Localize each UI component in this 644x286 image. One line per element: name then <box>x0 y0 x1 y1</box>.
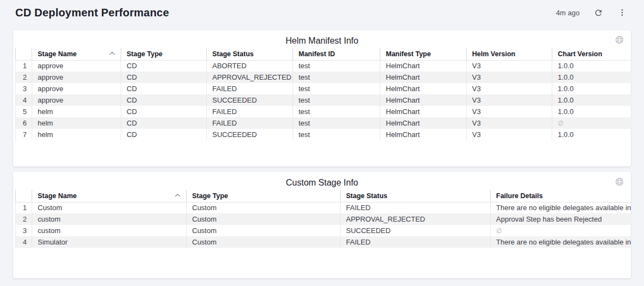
table-cell: Custom <box>187 225 341 236</box>
table-cell: FAILED <box>207 117 293 129</box>
column-header-label: Stage Name <box>38 192 77 200</box>
table-row: 6helmCDFAILEDtestHelmChartV3∅ <box>16 117 631 129</box>
row-number-cell: 5 <box>16 106 32 117</box>
table-row: 2approveCDAPPROVAL_REJECTEDtestHelmChart… <box>16 72 631 83</box>
column-header-label: Helm Version <box>472 50 515 58</box>
table-cell: V3 <box>467 129 552 140</box>
table-cell: APPROVAL_REJECTED <box>341 213 491 225</box>
header-actions: 4m ago <box>556 7 628 18</box>
table-cell: custom <box>32 213 187 225</box>
table-cell: 1.0.0 <box>552 94 631 106</box>
column-header-manifest-type[interactable]: Manifest Type <box>380 48 467 60</box>
table-cell: HelmChart <box>380 83 467 94</box>
table-cell: V3 <box>467 106 552 117</box>
column-header-label: Failure Details <box>496 192 542 200</box>
kebab-menu-button[interactable] <box>617 7 628 18</box>
table-row: 7helmCDSUCCEEDEDtestHelmChartV31.0.0 <box>16 129 631 140</box>
table-cell: HelmChart <box>380 60 467 72</box>
row-number-header <box>16 48 32 60</box>
column-header-label: Stage Type <box>192 192 228 200</box>
sort-asc-icon <box>175 194 181 199</box>
column-header-label: Stage Status <box>346 192 387 200</box>
table-cell: test <box>293 72 380 83</box>
table-cell: CD <box>121 129 207 140</box>
tile-title: Custom Stage Info <box>13 172 631 190</box>
table-cell: V3 <box>467 60 552 72</box>
table-cell: FAILED <box>341 236 491 248</box>
tile-helm-manifest-info: Helm Manifest Info Stage NameStage TypeS… <box>13 30 631 166</box>
table-cell: helm <box>32 117 121 129</box>
column-header-label: Stage Type <box>127 50 163 58</box>
table-cell: test <box>293 60 380 72</box>
column-header-chart-version[interactable]: Chart Version <box>552 48 631 60</box>
column-header-helm-version[interactable]: Helm Version <box>467 48 552 60</box>
row-number-cell: 1 <box>16 202 32 213</box>
table-cell: CD <box>121 117 207 129</box>
refresh-icon <box>594 8 603 17</box>
table-cell: test <box>293 83 380 94</box>
table-row: 1CustomCustomFAILEDThere are no eligible… <box>16 202 631 213</box>
table-cell: CD <box>121 106 207 117</box>
table-cell: 1.0.0 <box>552 60 631 72</box>
table-cell: custom <box>32 225 187 236</box>
table-header-row: Stage NameStage TypeStage StatusManifest… <box>16 48 631 60</box>
column-header-label: Manifest Type <box>386 50 431 58</box>
column-header-stage-status[interactable]: Stage Status <box>341 190 491 202</box>
table-cell: ABORTED <box>207 60 293 72</box>
table-cell: test <box>293 106 380 117</box>
table-row: 2customCustomAPPROVAL_REJECTEDApproval S… <box>16 213 631 225</box>
table-cell: HelmChart <box>380 129 467 140</box>
column-header-stage-status[interactable]: Stage Status <box>207 48 293 60</box>
page-title: CD Deployment Performance <box>15 7 169 19</box>
table-row: 5helmCDFAILEDtestHelmChartV31.0.0 <box>16 106 631 117</box>
table-cell: APPROVAL_REJECTED <box>207 72 293 83</box>
column-header-label: Chart Version <box>558 50 602 58</box>
table-cell: approve <box>32 60 121 72</box>
column-header-stage-type[interactable]: Stage Type <box>187 190 341 202</box>
table-cell: 1.0.0 <box>552 83 631 94</box>
globe-icon[interactable] <box>615 35 624 47</box>
tile-title: Helm Manifest Info <box>13 30 631 48</box>
table-cell: CD <box>121 60 207 72</box>
table-row: 3customCustomSUCCEEDED∅ <box>16 225 631 236</box>
table-cell: approve <box>32 94 121 106</box>
row-number-cell: 1 <box>16 60 32 72</box>
table-cell: approve <box>32 72 121 83</box>
table-cell: test <box>293 94 380 106</box>
table-cell: V3 <box>467 94 552 106</box>
custom-stage-table: Stage NameStage TypeStage StatusFailure … <box>15 190 631 248</box>
table-cell: 1.0.0 <box>552 72 631 83</box>
column-header-stage-name[interactable]: Stage Name <box>32 48 121 60</box>
dashboard-header: CD Deployment Performance 4m ago <box>0 0 644 25</box>
table-cell: ∅ <box>491 225 631 236</box>
table-cell: approve <box>32 83 121 94</box>
column-header-label: Manifest ID <box>299 50 335 58</box>
row-number-cell: 6 <box>16 117 32 129</box>
table-cell: HelmChart <box>380 94 467 106</box>
table-cell: V3 <box>467 83 552 94</box>
column-header-manifest-id[interactable]: Manifest ID <box>293 48 380 60</box>
column-header-stage-name[interactable]: Stage Name <box>32 190 187 202</box>
table-cell: FAILED <box>207 106 293 117</box>
table-cell: test <box>293 117 380 129</box>
column-header-stage-type[interactable]: Stage Type <box>121 48 207 60</box>
table-cell: ∅ <box>552 117 631 129</box>
table-cell: 1.0.0 <box>552 106 631 117</box>
table-cell: test <box>293 129 380 140</box>
table-cell: CD <box>121 83 207 94</box>
last-updated-label: 4m ago <box>556 9 580 17</box>
row-number-cell: 2 <box>16 72 32 83</box>
row-number-cell: 4 <box>16 94 32 106</box>
table-cell: There are no eligible delegates availabl… <box>491 236 631 248</box>
refresh-button[interactable] <box>593 7 604 18</box>
globe-icon[interactable] <box>615 177 624 189</box>
table-row: 1approveCDABORTEDtestHelmChartV31.0.0 <box>16 60 631 72</box>
column-header-failure-details[interactable]: Failure Details <box>491 190 631 202</box>
table-cell: SUCCEEDED <box>341 225 491 236</box>
table-cell: Approval Step has been Rejected <box>491 213 631 225</box>
kebab-menu-icon <box>618 8 627 17</box>
table-row: 4approveCDSUCCEEDEDtestHelmChartV31.0.0 <box>16 94 631 106</box>
table-cell: V3 <box>467 72 552 83</box>
tile-custom-stage-info: Custom Stage Info Stage NameStage TypeSt… <box>13 172 631 278</box>
table-row: 3approveCDFAILEDtestHelmChartV31.0.0 <box>16 83 631 94</box>
